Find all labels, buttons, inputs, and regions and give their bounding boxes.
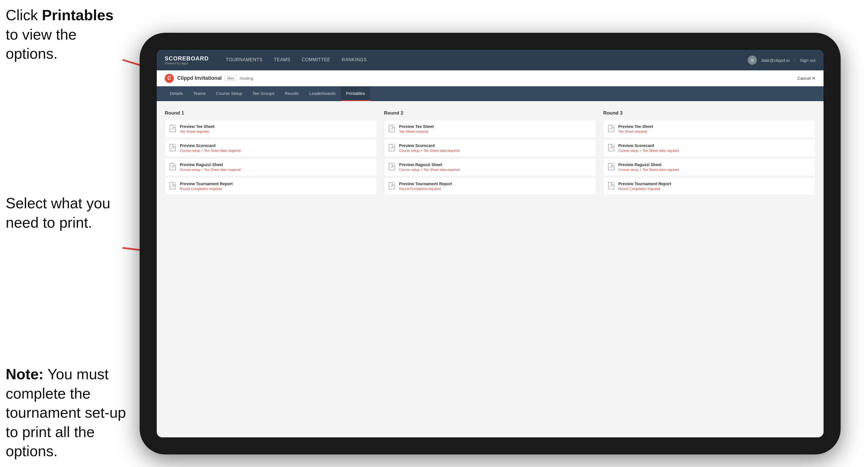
- round-2-title: Round 2: [384, 110, 596, 116]
- print-card-r2-4[interactable]: Preview Tournament Report Round Completi…: [384, 177, 596, 195]
- print-card-title: Preview Raguzzi Sheet: [618, 162, 679, 167]
- tournament-logo: C: [165, 74, 174, 83]
- nav-item-tournaments[interactable]: TOURNAMENTS: [220, 50, 268, 70]
- tab-results[interactable]: Results: [280, 86, 304, 101]
- doc-icon: [608, 163, 615, 171]
- annotation-bottom: Note: You must complete the tournament s…: [6, 365, 137, 461]
- tab-leaderboards[interactable]: Leaderboards: [304, 86, 341, 101]
- doc-icon: [169, 182, 176, 190]
- doc-icon: [389, 182, 396, 190]
- print-card-r3-4[interactable]: Preview Tournament Report Round Completi…: [603, 177, 815, 195]
- print-card-title: Preview Scorecard: [618, 143, 679, 148]
- print-card-subtitle: Tee Sheet required: [180, 130, 215, 134]
- rounds-grid: Round 1 Preview Tee Sheet Tee Sheet requ…: [165, 110, 815, 195]
- tournament-badge: Men: [224, 75, 237, 81]
- print-card-r1-2[interactable]: Preview Scorecard Course setup + Tee She…: [165, 139, 377, 157]
- doc-icon: [169, 144, 176, 152]
- print-card-r2-2[interactable]: Preview Scorecard Course setup + Tee She…: [384, 139, 596, 157]
- sign-out-link[interactable]: Sign out: [800, 58, 815, 63]
- doc-icon: [389, 144, 396, 152]
- print-card-r1-4[interactable]: Preview Tournament Report Round Completi…: [165, 177, 377, 195]
- print-card-subtitle: Course setup + Tee Sheet data required: [618, 168, 679, 172]
- tab-details[interactable]: Details: [165, 86, 188, 101]
- tab-teams[interactable]: Teams: [188, 86, 211, 101]
- print-card-subtitle: Course setup + Tee Sheet data required: [399, 149, 460, 153]
- print-card-subtitle: Round Completion required: [180, 187, 233, 191]
- print-card-r1-3[interactable]: Preview Raguzzi Sheet Course setup + Tee…: [165, 158, 377, 176]
- print-card-r2-3[interactable]: Preview Raguzzi Sheet Course setup + Tee…: [384, 158, 596, 176]
- print-card-title: Preview Raguzzi Sheet: [399, 162, 460, 167]
- print-card-title: Preview Tee Sheet: [180, 124, 215, 129]
- round-2: Round 2 Preview Tee Sheet Tee Sheet requ…: [384, 110, 596, 195]
- top-nav: SCOREBOARD Powered by clippd TOURNAMENTS…: [157, 50, 824, 70]
- print-card-r3-2[interactable]: Preview Scorecard Course setup + Tee She…: [603, 139, 815, 157]
- print-card-title: Preview Tournament Report: [180, 182, 233, 186]
- doc-icon: [608, 144, 615, 152]
- print-card-subtitle: Tee Sheet required: [618, 130, 653, 134]
- round-3-title: Round 3: [603, 110, 815, 116]
- tournament-name: Clippd Invitational: [177, 75, 222, 81]
- scoreboard-brand: SCOREBOARD Powered by clippd: [165, 55, 209, 65]
- print-card-subtitle: Round Completion required: [618, 187, 671, 191]
- print-card-subtitle: Course setup + Tee Sheet data required: [180, 168, 241, 172]
- print-card-subtitle: Course setup + Tee Sheet data required: [399, 168, 460, 172]
- doc-icon: [169, 163, 176, 171]
- top-nav-right: B blair@clippd.io | Sign out: [748, 56, 815, 65]
- tournament-status: Hosting: [240, 76, 253, 81]
- print-card-r2-1[interactable]: Preview Tee Sheet Tee Sheet required: [384, 120, 596, 138]
- print-card-title: Preview Tee Sheet: [618, 124, 653, 129]
- brand-title: SCOREBOARD: [165, 55, 209, 62]
- nav-item-rankings[interactable]: RANKINGS: [336, 50, 372, 70]
- print-card-title: Preview Scorecard: [180, 143, 241, 148]
- print-card-title: Preview Tee Sheet: [399, 124, 434, 129]
- round-2-cards: Preview Tee Sheet Tee Sheet required Pre…: [384, 120, 596, 195]
- print-card-subtitle: Course setup + Tee Sheet data required: [180, 149, 241, 153]
- tab-tee-groups[interactable]: Tee Groups: [247, 86, 280, 101]
- print-card-title: Preview Tournament Report: [618, 182, 671, 186]
- print-card-title: Preview Tournament Report: [399, 182, 452, 186]
- annotation-top: Click Printables to view the options.: [6, 6, 125, 64]
- tab-printables[interactable]: Printables: [341, 86, 370, 101]
- sub-nav: Details Teams Course Setup Tee Groups Re…: [157, 86, 824, 101]
- print-card-subtitle: Tee Sheet required: [399, 130, 434, 134]
- doc-icon: [608, 182, 615, 190]
- doc-icon: [169, 125, 176, 133]
- round-1-title: Round 1: [165, 110, 377, 116]
- print-card-title: Preview Raguzzi Sheet: [180, 162, 241, 167]
- top-nav-items: TOURNAMENTS TEAMS COMMITTEE RANKINGS: [220, 50, 748, 70]
- user-email: blair@clippd.io: [762, 58, 789, 63]
- print-card-r1-1[interactable]: Preview Tee Sheet Tee Sheet required: [165, 120, 377, 138]
- round-3-cards: Preview Tee Sheet Tee Sheet required Pre…: [603, 120, 815, 195]
- doc-icon: [389, 163, 396, 171]
- tablet-screen: SCOREBOARD Powered by clippd TOURNAMENTS…: [157, 50, 824, 437]
- user-avatar: B: [748, 56, 757, 65]
- tab-course-setup[interactable]: Course Setup: [211, 86, 247, 101]
- print-card-r3-1[interactable]: Preview Tee Sheet Tee Sheet required: [603, 120, 815, 138]
- nav-item-committee[interactable]: COMMITTEE: [296, 50, 336, 70]
- tournament-bar: C Clippd Invitational Men Hosting Cancel…: [157, 70, 824, 86]
- doc-icon: [608, 125, 615, 133]
- annotation-middle: Select what you need to print.: [6, 194, 131, 232]
- print-card-subtitle: Course setup + Tee Sheet data required: [618, 149, 679, 153]
- print-card-title: Preview Scorecard: [399, 143, 460, 148]
- round-1: Round 1 Preview Tee Sheet Tee Sheet requ…: [165, 110, 377, 195]
- round-3: Round 3 Preview Tee Sheet Tee Sheet requ…: [603, 110, 815, 195]
- cancel-button[interactable]: Cancel ✕: [797, 76, 815, 81]
- brand-sub: Powered by clippd: [165, 62, 209, 65]
- round-1-cards: Preview Tee Sheet Tee Sheet required Pre…: [165, 120, 377, 195]
- doc-icon: [389, 125, 396, 133]
- main-content: Round 1 Preview Tee Sheet Tee Sheet requ…: [157, 101, 824, 437]
- print-card-subtitle: Round Completion required: [399, 187, 452, 191]
- nav-item-teams[interactable]: TEAMS: [268, 50, 296, 70]
- print-card-r3-3[interactable]: Preview Raguzzi Sheet Course setup + Tee…: [603, 158, 815, 176]
- tablet-frame: SCOREBOARD Powered by clippd TOURNAMENTS…: [140, 33, 841, 455]
